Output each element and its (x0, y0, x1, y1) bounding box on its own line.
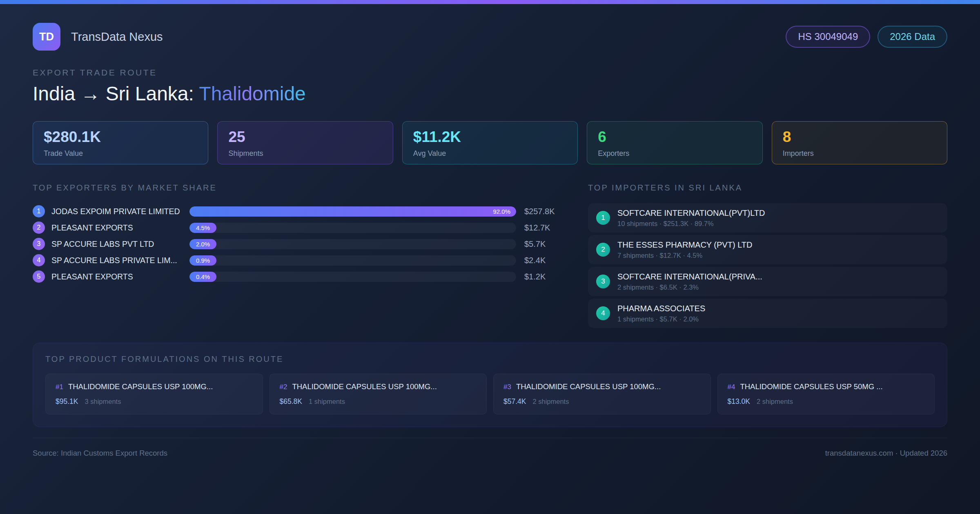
stat-card-trade-value: $280.1K Trade Value (33, 121, 208, 164)
importer-card[interactable]: 1 SOFTCARE INTERNATIONAL(PVT)LTD 10 ship… (588, 203, 947, 233)
importer-card[interactable]: 3 SOFTCARE INTERNATIONAL(PRIVA... 2 ship… (588, 267, 947, 296)
importer-info: THE ESSES PHARMACY (PVT) LTD 7 shipments… (617, 240, 752, 259)
exporter-name: PLEASANT EXPORTS (51, 272, 189, 281)
brand: TD TransData Nexus (33, 23, 163, 51)
formulation-meta: $65.8K 1 shipments (280, 397, 477, 406)
importer-name: THE ESSES PHARMACY (PVT) LTD (617, 240, 752, 250)
footer-site: transdatanexus.com · Updated 2026 (825, 449, 947, 458)
formulation-meta: $57.4K 2 shipments (503, 397, 701, 406)
stat-label: Importers (783, 149, 936, 158)
formulations-section-title: TOP PRODUCT FORMULATIONS ON THIS ROUTE (45, 354, 935, 364)
brand-name: TransData Nexus (71, 30, 163, 44)
product-title: Thalidomide (199, 83, 305, 104)
page-title: India → Sri Lanka: Thalidomide (33, 82, 947, 105)
exporter-row[interactable]: 2 PLEASANT EXPORTS 4.5% $12.7K (33, 219, 564, 236)
formulation-shipments: 1 shipments (309, 398, 345, 405)
formulation-rank: #4 (728, 383, 735, 391)
rank-badge: 5 (33, 270, 45, 283)
rank-badge: 1 (33, 205, 45, 217)
exporter-name: SP ACCURE LABS PVT LTD (51, 239, 189, 249)
importers-section: TOP IMPORTERS IN SRI LANKA 1 SOFTCARE IN… (588, 183, 947, 330)
formulations-panel: TOP PRODUCT FORMULATIONS ON THIS ROUTE #… (33, 343, 947, 427)
year-data-badge[interactable]: 2026 Data (878, 26, 947, 48)
importers-section-title: TOP IMPORTERS IN SRI LANKA (588, 183, 947, 193)
stat-value: $11.2K (413, 128, 567, 146)
exporter-value: $257.8K (524, 207, 564, 216)
formulation-shipments: 2 shipments (532, 398, 569, 405)
formulation-meta: $95.1K 3 shipments (56, 397, 253, 406)
header-badges: HS 30049049 2026 Data (786, 26, 947, 48)
importer-info: SOFTCARE INTERNATIONAL(PRIVA... 2 shipme… (617, 272, 762, 291)
formulation-rank: #3 (503, 383, 511, 391)
importer-name: SOFTCARE INTERNATIONAL(PVT)LTD (617, 208, 765, 218)
rank-badge: 3 (33, 238, 45, 250)
stat-label: Shipments (228, 149, 382, 158)
market-share-bar-fill: 4.5% (189, 223, 216, 233)
formulations-cards: #1 THALIDOMIDE CAPSULES USP 100MG... $95… (45, 374, 935, 414)
importer-meta: 2 shipments · $6.5K · 2.3% (617, 284, 762, 291)
formulation-card[interactable]: #4 THALIDOMIDE CAPSULES USP 50MG ... $13… (717, 374, 935, 414)
rank-badge: 3 (596, 275, 610, 288)
formulation-card[interactable]: #3 THALIDOMIDE CAPSULES USP 100MG... $57… (493, 374, 711, 414)
importer-card[interactable]: 4 PHARMA ASSOCIATES 1 shipments · $5.7K … (588, 299, 947, 328)
formulation-name: THALIDOMIDE CAPSULES USP 100MG... (68, 382, 213, 391)
exporter-row[interactable]: 3 SP ACCURE LABS PVT LTD 2.0% $5.7K (33, 236, 564, 252)
formulation-title-row: #1 THALIDOMIDE CAPSULES USP 100MG... (56, 382, 253, 391)
exporters-section: TOP EXPORTERS BY MARKET SHARE 1 JODAS EX… (33, 183, 564, 330)
formulation-shipments: 2 shipments (757, 398, 793, 405)
formulation-title-row: #2 THALIDOMIDE CAPSULES USP 100MG... (280, 382, 477, 391)
rank-badge: 4 (33, 254, 45, 266)
exporter-name: SP ACCURE LABS PRIVATE LIM... (51, 256, 189, 265)
market-share-bar-track: 92.0% (189, 206, 516, 217)
exporter-row[interactable]: 5 PLEASANT EXPORTS 0.4% $1.2K (33, 268, 564, 285)
formulation-rank: #2 (280, 383, 287, 391)
top-accent-bar (0, 0, 980, 4)
exporter-row[interactable]: 4 SP ACCURE LABS PRIVATE LIM... 0.9% $2.… (33, 252, 564, 268)
market-share-bar-fill: 0.4% (189, 272, 216, 282)
market-share-bar-track: 2.0% (189, 239, 516, 249)
exporter-value: $5.7K (524, 239, 564, 249)
footer: Source: Indian Customs Export Records tr… (33, 438, 947, 458)
brand-logo: TD (33, 23, 60, 51)
stat-card-importers: 8 Importers (772, 121, 947, 164)
formulation-title-row: #3 THALIDOMIDE CAPSULES USP 100MG... (503, 382, 701, 391)
formulation-shipments: 3 shipments (85, 398, 121, 405)
formulation-name: THALIDOMIDE CAPSULES USP 100MG... (516, 382, 661, 391)
exporter-name: JODAS EXPOIM PRIVATE LIMITED (51, 207, 189, 216)
rank-badge: 2 (33, 222, 45, 234)
importer-info: PHARMA ASSOCIATES 1 shipments · $5.7K · … (617, 304, 705, 323)
exporter-value: $12.7K (524, 223, 564, 233)
stat-value: 6 (598, 128, 751, 146)
importer-name: SOFTCARE INTERNATIONAL(PRIVA... (617, 272, 762, 281)
formulation-card[interactable]: #2 THALIDOMIDE CAPSULES USP 100MG... $65… (270, 374, 487, 414)
importer-name: PHARMA ASSOCIATES (617, 304, 705, 313)
formulation-rank: #1 (56, 383, 63, 391)
eyebrow-label: EXPORT TRADE ROUTE (33, 68, 947, 78)
market-share-bar-fill: 2.0% (189, 239, 216, 249)
formulation-meta: $13.0K 2 shipments (728, 397, 925, 406)
header: TD TransData Nexus HS 30049049 2026 Data (33, 23, 947, 51)
stat-label: Exporters (598, 149, 751, 158)
formulation-value: $57.4K (503, 397, 526, 406)
formulation-value: $65.8K (280, 397, 302, 406)
importer-meta: 1 shipments · $5.7K · 2.0% (617, 315, 705, 323)
exporter-value: $1.2K (524, 272, 564, 281)
page-container: TD TransData Nexus HS 30049049 2026 Data… (0, 23, 980, 458)
exporter-name: PLEASANT EXPORTS (51, 223, 189, 233)
formulation-name: THALIDOMIDE CAPSULES USP 50MG ... (740, 382, 882, 391)
market-share-bar-fill: 0.9% (189, 255, 216, 266)
stat-label: Avg Value (413, 149, 567, 158)
hs-code-badge[interactable]: HS 30049049 (786, 26, 870, 48)
importer-card[interactable]: 2 THE ESSES PHARMACY (PVT) LTD 7 shipmen… (588, 235, 947, 264)
rank-badge: 4 (596, 306, 610, 320)
importer-meta: 7 shipments · $12.7K · 4.5% (617, 252, 752, 259)
exporter-value: $2.4K (524, 256, 564, 265)
exporters-section-title: TOP EXPORTERS BY MARKET SHARE (33, 183, 564, 193)
importer-meta: 10 shipments · $251.3K · 89.7% (617, 220, 765, 228)
importers-list: 1 SOFTCARE INTERNATIONAL(PVT)LTD 10 ship… (588, 203, 947, 328)
formulation-card[interactable]: #1 THALIDOMIDE CAPSULES USP 100MG... $95… (45, 374, 263, 414)
formulation-title-row: #4 THALIDOMIDE CAPSULES USP 50MG ... (728, 382, 925, 391)
market-share-bar-track: 4.5% (189, 223, 516, 233)
formulation-value: $13.0K (728, 397, 750, 406)
exporter-row[interactable]: 1 JODAS EXPOIM PRIVATE LIMITED 92.0% $25… (33, 203, 564, 219)
